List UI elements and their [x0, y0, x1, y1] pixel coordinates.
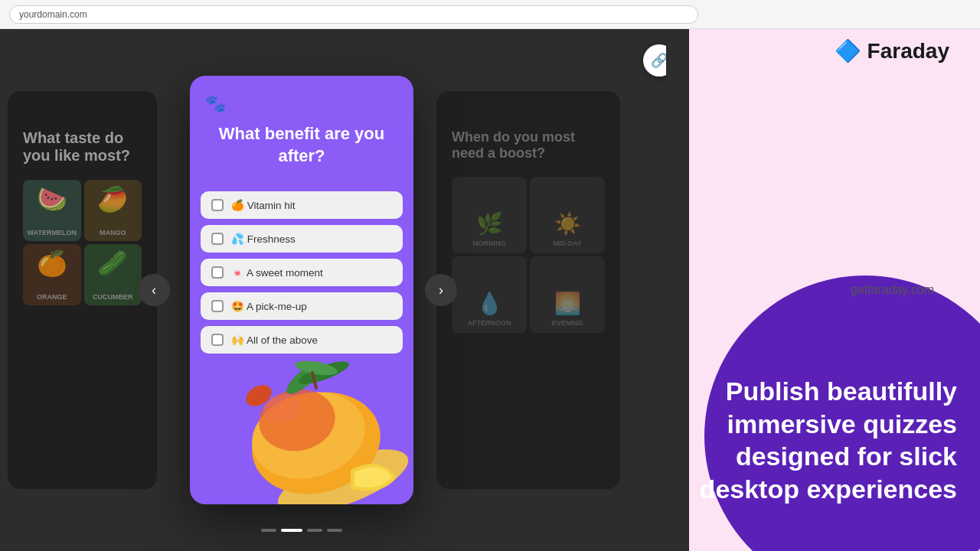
time-midday: ☀️ MID-DAY [530, 177, 605, 253]
afternoon-label: AFTERNOON [468, 319, 511, 327]
midday-label: MID-DAY [553, 240, 582, 247]
right-slide: When do you most need a boost? 🌿 MORNING… [436, 91, 620, 489]
next-icon: › [439, 282, 443, 298]
left-slide-title: What taste do you like most? [23, 129, 142, 165]
prev-button[interactable]: ‹ [138, 274, 170, 306]
option-pickup-text: 🤩 A pick-me-up [231, 300, 307, 312]
right-slide-title: When do you most need a boost? [452, 129, 605, 161]
faraday-brand-name: Faraday [867, 39, 949, 64]
link-icon: 🔗 [651, 52, 666, 69]
center-slide: 🐾 What benefit are you after? 🍊 Vitamin … [190, 76, 413, 504]
time-morning: 🌿 MORNING [452, 177, 527, 253]
option-vitamin[interactable]: 🍊 Vitamin hit [201, 191, 403, 219]
morning-icon: 🌿 [476, 211, 503, 236]
time-evening: 🌅 EVENING [530, 256, 605, 333]
option-freshness-text: 💦 Freshness [231, 233, 296, 245]
time-grid: 🌿 MORNING ☀️ MID-DAY 💧 AFTERNOON 🌅 EVENI… [452, 177, 605, 333]
mango-illustration [198, 336, 412, 504]
slide-question: What benefit are you after? [205, 123, 398, 167]
fruit-orange: 🍊 ORANGE [23, 244, 81, 305]
mango-emoji: 🥭 [97, 184, 128, 214]
website-link: getfaraday.com [851, 283, 934, 297]
option-freshness[interactable]: 💦 Freshness [201, 225, 403, 253]
browser-content: 🔷 Faraday getfaraday.com Publish beautif… [0, 29, 980, 551]
headline-text: Publish beautifully immersive quizzes de… [697, 375, 957, 505]
fruit-mango: 🥭 MANGO [84, 180, 142, 241]
cucumber-emoji: 🥒 [97, 249, 128, 278]
address-text: yourdomain.com [19, 9, 87, 20]
cucumber-label: CUCUMBER [93, 293, 133, 301]
fruit-grid: 🍉 WATERMELON 🥭 MANGO 🍊 ORANGE 🥒 CUCUMBER [23, 180, 142, 305]
option-freshness-checkbox[interactable] [211, 233, 224, 245]
prev-icon: ‹ [152, 282, 156, 298]
indicator-2-active[interactable] [281, 529, 302, 532]
fruit-watermelon: 🍉 WATERMELON [23, 180, 81, 241]
faraday-logo: 🔷 Faraday [835, 38, 949, 64]
slides-area: What taste do you like most? 🍉 WATERMELO… [0, 29, 666, 551]
slide-indicators [190, 529, 413, 532]
link-button[interactable]: 🔗 [643, 44, 666, 77]
next-button[interactable]: › [425, 274, 457, 306]
address-bar[interactable]: yourdomain.com [9, 5, 698, 24]
browser-bar: yourdomain.com [0, 0, 980, 29]
option-pickup[interactable]: 🤩 A pick-me-up [201, 292, 403, 320]
faraday-bolt-icon: 🔷 [835, 38, 861, 64]
watermelon-label: WATERMELON [28, 229, 77, 236]
watermelon-emoji: 🍉 [37, 184, 67, 214]
option-sweet-checkbox[interactable] [211, 266, 224, 279]
indicator-3[interactable] [307, 529, 322, 532]
option-vitamin-text: 🍊 Vitamin hit [231, 199, 296, 211]
option-sweet[interactable]: 🍬 A sweet moment [201, 259, 403, 286]
option-pickup-checkbox[interactable] [211, 300, 224, 312]
indicator-4[interactable] [327, 529, 342, 532]
time-afternoon: 💧 AFTERNOON [452, 256, 527, 333]
options-list: 🍊 Vitamin hit 💦 Freshness 🍬 A sweet mome… [190, 191, 413, 354]
right-panel-headline: Publish beautifully immersive quizzes de… [697, 375, 957, 505]
orange-label: ORANGE [37, 293, 67, 301]
afternoon-icon: 💧 [476, 291, 503, 316]
indicator-1[interactable] [261, 529, 276, 532]
orange-emoji: 🍊 [37, 249, 67, 278]
left-slide: What taste do you like most? 🍉 WATERMELO… [8, 91, 157, 489]
option-sweet-text: 🍬 A sweet moment [231, 266, 323, 279]
option-vitamin-checkbox[interactable] [211, 199, 224, 211]
fruit-cucumber: 🥒 CUCUMBER [84, 244, 142, 305]
evening-icon: 🌅 [554, 291, 581, 316]
mango-label: MANGO [100, 229, 126, 236]
morning-label: MORNING [472, 240, 506, 247]
paw-icon: 🐾 [205, 94, 398, 114]
evening-label: EVENING [552, 319, 583, 327]
midday-icon: ☀️ [554, 211, 581, 236]
